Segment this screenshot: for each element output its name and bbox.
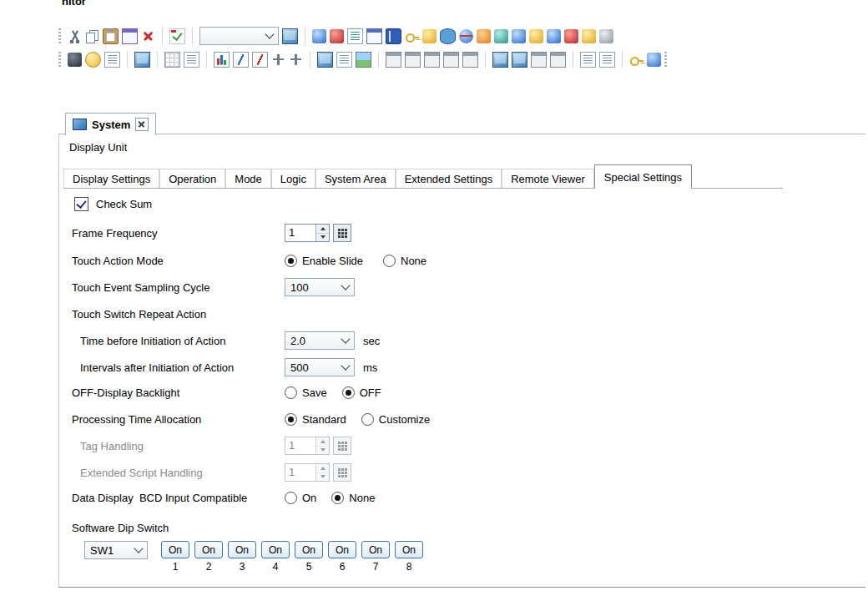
monitor-2-icon[interactable] (512, 52, 527, 68)
sound-settings-icon[interactable] (494, 29, 508, 43)
check-sum-label: Check Sum (96, 198, 152, 210)
group-icon[interactable] (443, 52, 459, 68)
parts-list-1-icon[interactable] (580, 52, 596, 68)
report-icon[interactable] (104, 52, 120, 68)
dip-switch-3-button[interactable]: On (228, 541, 256, 558)
tab-special-settings[interactable]: Special Settings (594, 164, 692, 189)
toolbar-grip[interactable] (58, 52, 61, 67)
properties-icon[interactable] (184, 52, 199, 68)
copy-screen-icon[interactable] (317, 52, 333, 68)
system-window-icon[interactable] (366, 28, 382, 44)
capture-icon[interactable] (68, 53, 82, 67)
radio-none[interactable]: None (383, 255, 426, 267)
screen-preview-icon[interactable] (282, 28, 298, 44)
device-database-icon[interactable] (440, 28, 456, 44)
intervals-after-initiation-dropdown[interactable]: 500 (285, 358, 355, 376)
script-b-icon[interactable] (529, 29, 543, 43)
tab-remote-viewer[interactable]: Remote Viewer (502, 169, 594, 188)
dip-switch-6-button[interactable]: On (328, 541, 356, 558)
move-icon[interactable] (289, 53, 303, 67)
dip-switch-1-button[interactable]: On (161, 541, 189, 558)
dip-switch-2-button[interactable]: On (194, 541, 223, 558)
screen-preview-icon[interactable] (134, 52, 150, 68)
memory-card-icon[interactable] (582, 29, 596, 43)
keypad-icon (337, 441, 348, 452)
radio-save[interactable]: Save (285, 386, 327, 399)
spinner-arrows (315, 437, 329, 454)
global-settings-icon[interactable] (459, 29, 473, 43)
tab-system-area[interactable]: System Area (315, 169, 396, 188)
frame-frequency-value[interactable]: 1 (285, 225, 315, 241)
toolbar-grip[interactable] (58, 28, 61, 43)
monitor-tool-icon[interactable] (599, 29, 613, 43)
radio-none[interactable]: None (331, 492, 375, 504)
tab-extended-settings[interactable]: Extended Settings (396, 169, 502, 188)
scale-icon[interactable] (271, 53, 285, 67)
screen-select-combobox[interactable] (199, 27, 279, 45)
tab-display-settings[interactable]: Display Settings (63, 169, 159, 188)
paste-icon[interactable] (103, 28, 119, 44)
spinner-arrows[interactable] (315, 225, 329, 241)
sampling-cycle-row: Touch Event Sampling Cycle 100 (72, 277, 355, 297)
monitor-3-icon[interactable] (531, 52, 547, 68)
system-settings-panel: Display Unit Display Settings Operation … (58, 134, 865, 588)
menu-item-monitor-partial[interactable]: nitor (62, 0, 86, 8)
backlight-icon[interactable] (85, 52, 101, 68)
ungroup-icon[interactable] (462, 52, 478, 68)
ethernet-icon[interactable] (564, 29, 578, 43)
close-icon[interactable] (135, 118, 149, 131)
copy-icon[interactable] (85, 29, 99, 43)
sampling-cycle-dropdown[interactable]: 100 (285, 278, 355, 296)
dip-switch-7-button[interactable]: On (361, 541, 390, 558)
radio-customize[interactable]: Customize (361, 413, 430, 426)
transfer-receive-icon[interactable] (330, 29, 344, 43)
line-chart-icon[interactable] (233, 52, 249, 68)
align-left-icon[interactable] (386, 52, 401, 68)
grid-icon[interactable] (164, 52, 180, 68)
radio-on[interactable]: On (285, 492, 316, 504)
radio-standard[interactable]: Standard (285, 413, 346, 426)
script-a-icon[interactable] (512, 29, 526, 43)
usb-transfer-icon[interactable] (547, 29, 561, 43)
transfer-send-icon[interactable] (312, 29, 326, 43)
parts-list-2-icon[interactable] (599, 52, 615, 68)
project-report-icon[interactable] (347, 28, 363, 44)
dip-switch-8-button[interactable]: On (395, 541, 423, 558)
document-icon[interactable] (336, 52, 352, 68)
cut-icon[interactable] (68, 29, 82, 43)
frame-frequency-keypad-button[interactable] (333, 224, 351, 242)
tab-logic[interactable]: Logic (271, 169, 315, 188)
time-before-initiation-dropdown[interactable]: 2.0 (285, 331, 355, 350)
delete-icon[interactable] (141, 29, 155, 43)
key-settings-icon[interactable] (405, 29, 419, 43)
off-display-backlight-row: OFF-Display Backlight Save OFF (72, 382, 381, 402)
image-icon[interactable] (356, 52, 371, 68)
dip-switch-selector[interactable]: SW1 (84, 541, 148, 559)
check-sum-checkbox[interactable] (74, 197, 88, 211)
spin-up-icon[interactable] (320, 227, 326, 230)
tab-mode[interactable]: Mode (225, 169, 271, 188)
refresh-icon[interactable] (647, 53, 661, 67)
duplicate-window-icon[interactable] (122, 28, 138, 44)
security-icon[interactable] (422, 29, 437, 43)
radio-enable-slide[interactable]: Enable Slide (285, 255, 363, 267)
trend-chart-icon[interactable] (252, 52, 268, 68)
address-book-icon[interactable] (386, 28, 401, 44)
dip-switch-4-button[interactable]: On (261, 541, 290, 558)
radio-off[interactable]: OFF (342, 386, 381, 399)
backup-icon[interactable] (477, 29, 491, 43)
tab-operation[interactable]: Operation (159, 169, 225, 188)
align-center-icon[interactable] (405, 52, 421, 68)
error-check-icon[interactable] (169, 28, 185, 44)
key-icon[interactable] (629, 53, 643, 67)
align-right-icon[interactable] (424, 52, 440, 68)
dip-switch-5-button[interactable]: On (295, 541, 323, 558)
document-tab-system[interactable]: System (65, 113, 156, 135)
bar-chart-icon[interactable] (214, 52, 230, 68)
monitor-1-icon[interactable] (492, 52, 508, 68)
spin-down-icon[interactable] (320, 235, 326, 239)
dip-switch-1-number: 1 (173, 561, 179, 573)
frame-frequency-spinner[interactable]: 1 (285, 224, 330, 242)
monitor-4-icon[interactable] (550, 52, 566, 68)
toolbar-grip[interactable] (664, 52, 667, 67)
